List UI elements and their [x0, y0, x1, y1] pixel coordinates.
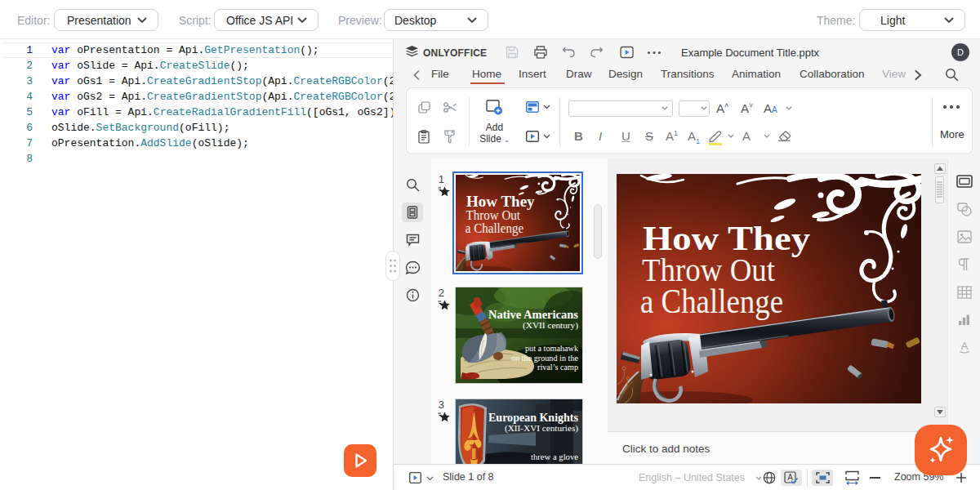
svg-text:A: A: [787, 473, 793, 482]
svg-text:A: A: [961, 341, 969, 352]
